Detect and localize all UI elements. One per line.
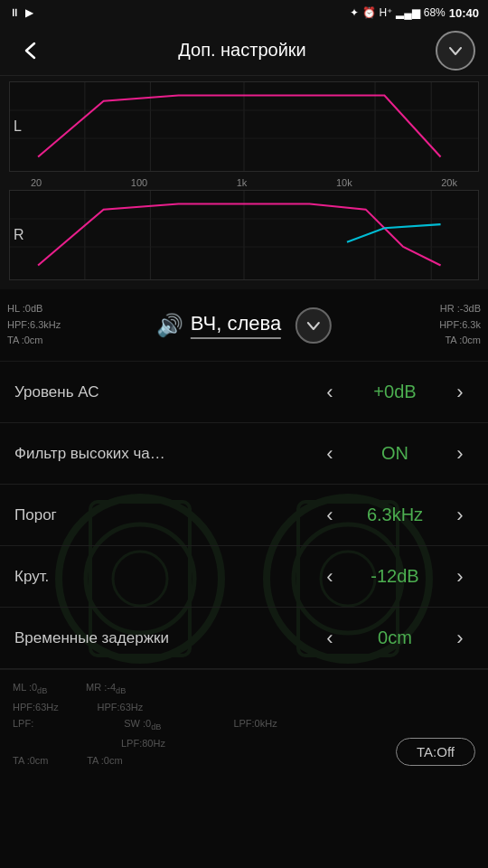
left-channel-label: L — [14, 118, 22, 135]
setting-row-slope: Крут. ‹ -12dB › — [0, 546, 488, 608]
header-dropdown-button[interactable] — [436, 31, 475, 71]
setting-row-ac-level: Уровень АС ‹ +0dB › — [0, 362, 488, 423]
setting-label-threshold: Порог — [14, 506, 316, 524]
eq-chart-left: L — [9, 81, 479, 172]
freq-1k: 1k — [237, 177, 248, 188]
ta-off-button[interactable]: TA:Off — [396, 738, 475, 766]
status-bar: ⏸ ▶ ✦ ⏰ H⁺ ▂▄▆ 68% 10:40 — [0, 0, 488, 25]
setting-label-ac-level: Уровень АС — [14, 383, 316, 401]
settings-list: Уровень АС ‹ +0dB › Фильтр высоких ча… ‹… — [0, 362, 488, 669]
hr-right: HR :-3dB — [439, 301, 481, 317]
ac-level-increase-button[interactable]: › — [446, 381, 474, 404]
play-icon: ▶ — [25, 6, 33, 19]
time-delay-decrease-button[interactable]: ‹ — [316, 627, 343, 650]
ta-left: TA :0cm — [7, 333, 61, 349]
freq-20: 20 — [31, 177, 42, 188]
freq-labels: 20 100 1k 10k 20k — [9, 175, 479, 190]
setting-label-hpf-filter: Фильтр высоких ча… — [14, 445, 316, 463]
channel-center: 🔊 ВЧ, слева — [156, 307, 332, 344]
slope-decrease-button[interactable]: ‹ — [316, 565, 343, 589]
battery-level: 68% — [424, 6, 446, 19]
threshold-value: 6.3kHz — [354, 505, 436, 525]
ta-right: TA :0cm — [439, 333, 481, 349]
page-title: Доп. настройки — [49, 40, 436, 61]
speaker-icon: 🔊 — [156, 313, 183, 338]
channel-dropdown-button[interactable] — [296, 307, 332, 344]
threshold-increase-button[interactable]: › — [446, 504, 474, 527]
setting-controls-slope: ‹ -12dB › — [316, 565, 474, 589]
hpf-row: HPF:63Hz HPF:63Hz — [13, 699, 475, 716]
setting-label-time-delay: Временные задержки — [14, 629, 316, 647]
setting-row-threshold: Порог ‹ 6.3kHz › — [0, 485, 488, 546]
hpf-filter-increase-button[interactable]: › — [446, 442, 474, 466]
bottom-area: ML :0dB MR :-4dB HPF:63Hz HPF:63Hz LPF: … — [0, 669, 488, 778]
setting-controls-time-delay: ‹ 0cm › — [316, 627, 474, 650]
channel-selector-bar: HL :0dB HPF:6.3kHz TA :0cm 🔊 ВЧ, слева H… — [0, 289, 488, 362]
hpf-right: HPF:6.3k — [439, 317, 481, 334]
setting-label-slope: Крут. — [14, 568, 316, 586]
right-channel-label: R — [14, 227, 24, 243]
setting-controls-hpf-filter: ‹ ON › — [316, 442, 474, 466]
threshold-decrease-button[interactable]: ‹ — [316, 504, 343, 527]
hl-left: HL :0dB — [7, 301, 61, 317]
channel-left-info: HL :0dB HPF:6.3kHz TA :0cm — [7, 301, 61, 349]
time-display: 10:40 — [449, 6, 479, 20]
hpf-filter-decrease-button[interactable]: ‹ — [316, 442, 343, 466]
eq-charts-area: L 20 100 1k 10k 20k R — [0, 76, 488, 289]
time-delay-value: 0cm — [354, 627, 436, 648]
status-left-icons: ⏸ ▶ — [9, 6, 33, 19]
setting-row-hpf-filter: Фильтр высоких ча… ‹ ON › — [0, 423, 488, 485]
back-button[interactable] — [13, 33, 49, 69]
alarm-icon: ⏰ — [362, 6, 376, 19]
slope-value: -12dB — [354, 566, 436, 587]
hpf-left: HPF:6.3kHz — [7, 317, 61, 334]
eq-chart-right: R — [9, 190, 479, 280]
setting-row-time-delay: Временные задержки ‹ 0cm › — [0, 608, 488, 669]
bluetooth-icon: ✦ — [350, 6, 359, 19]
freq-100: 100 — [131, 177, 147, 188]
settings-section: Уровень АС ‹ +0dB › Фильтр высоких ча… ‹… — [0, 362, 488, 669]
hpf-filter-value: ON — [354, 443, 436, 464]
ac-level-decrease-button[interactable]: ‹ — [316, 381, 343, 404]
lpf-sw-row: LPF: SW :0dB LPF:0kHz — [13, 715, 475, 735]
freq-10k: 10k — [336, 177, 352, 188]
ml-mr-row: ML :0dB MR :-4dB — [13, 679, 475, 699]
pause-icon: ⏸ — [9, 6, 20, 19]
ac-level-value: +0dB — [354, 382, 436, 402]
slope-increase-button[interactable]: › — [446, 565, 474, 589]
signal-icon: H⁺ — [380, 6, 393, 19]
freq-20k: 20k — [441, 177, 457, 188]
channel-name: ВЧ, слева — [191, 312, 281, 339]
time-delay-increase-button[interactable]: › — [446, 627, 474, 650]
setting-controls-ac-level: ‹ +0dB › — [316, 381, 474, 404]
header: Доп. настройки — [0, 25, 488, 76]
channel-right-info: HR :-3dB HPF:6.3k TA :0cm — [439, 301, 481, 349]
status-right-icons: ✦ ⏰ H⁺ ▂▄▆ 68% 10:40 — [350, 6, 479, 20]
network-bars-icon: ▂▄▆ — [396, 6, 420, 19]
setting-controls-threshold: ‹ 6.3kHz › — [316, 504, 474, 527]
